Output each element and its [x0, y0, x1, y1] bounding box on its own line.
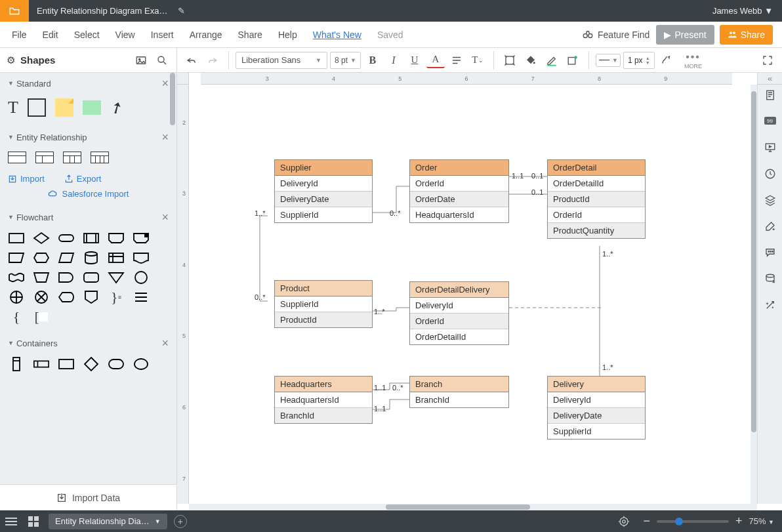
menu-help[interactable]: Help [270, 24, 305, 45]
underline-button[interactable]: U [405, 51, 424, 70]
close-icon[interactable]: × [161, 211, 169, 224]
canvas-scrollbar-h[interactable] [189, 504, 757, 510]
line-width-select[interactable]: 1 px▲▼ [623, 52, 655, 69]
fc-doc[interactable] [133, 251, 150, 264]
target-icon[interactable] [613, 510, 635, 532]
entity-headquarters[interactable]: Headquarters HeadquartersId BranchId [274, 376, 373, 424]
user-menu[interactable]: James Webb ▼ [703, 6, 782, 16]
feature-find[interactable]: Feature Find [582, 29, 649, 41]
fc-or[interactable] [33, 291, 50, 304]
close-icon[interactable]: × [161, 77, 169, 91]
zoom-out-button[interactable]: − [643, 514, 650, 528]
text-shape[interactable]: T [8, 98, 18, 117]
panel-standard-header[interactable]: ▼Standard× [0, 73, 176, 94]
fc-brace-l[interactable]: { [8, 310, 25, 323]
border-color-button[interactable] [543, 51, 561, 70]
data-icon[interactable] [764, 272, 777, 285]
entity-orderdetail[interactable]: OrderDetail OrderDetailId ProductId Orde… [547, 159, 646, 239]
cnt-1[interactable] [8, 358, 25, 371]
er-shape-4[interactable] [91, 152, 109, 163]
menu-view[interactable]: View [108, 24, 143, 45]
text-options-button[interactable]: T⌄ [468, 51, 487, 70]
fc-circ[interactable] [133, 271, 150, 284]
fc-tri[interactable] [108, 271, 125, 284]
image-icon[interactable] [133, 52, 149, 68]
fc-sumjunc[interactable] [8, 291, 25, 304]
add-page-button[interactable]: + [174, 515, 187, 528]
panel-er-header[interactable]: ▼Entity Relationship× [0, 127, 176, 148]
entity-supplier[interactable]: Supplier DeliveryId DeliveryDate Supplie… [274, 159, 373, 223]
cnt-4[interactable] [83, 358, 100, 371]
er-shape-3[interactable] [63, 152, 81, 163]
sidebar-scrollbar[interactable] [170, 73, 175, 125]
fc-lines[interactable] [133, 291, 150, 304]
entity-product[interactable]: Product SupplierId ProductId [274, 280, 373, 328]
line-options-button[interactable] [657, 51, 676, 70]
italic-button[interactable]: I [384, 51, 403, 70]
export-link[interactable]: Export [64, 174, 102, 184]
line-style-select[interactable]: ▼ [596, 54, 621, 67]
entity-branch[interactable]: Branch BranchId [409, 376, 509, 408]
list-view-icon[interactable] [0, 510, 22, 532]
paint-icon[interactable] [764, 220, 777, 233]
bold-button[interactable]: B [363, 51, 382, 70]
entity-delivery[interactable]: Delivery DeliveryId DeliveryDate Supplie… [547, 376, 646, 440]
cnt-5[interactable] [108, 358, 125, 371]
cnt-2[interactable] [33, 358, 50, 371]
search-icon[interactable] [154, 52, 170, 68]
fc-trap[interactable] [33, 271, 50, 284]
entity-order[interactable]: Order OrderId OrderDate HeadquartersId [409, 159, 509, 223]
fullscreen-button[interactable] [758, 51, 777, 70]
zoom-slider[interactable] [657, 520, 729, 523]
fc-display[interactable] [58, 291, 75, 304]
zoom-level[interactable]: 75% ▼ [749, 516, 774, 526]
entity-orderdetaildelivery[interactable]: OrderDetailDelivery DeliveryId OrderId O… [409, 281, 509, 345]
font-select[interactable]: Liberation Sans▼ [236, 52, 327, 69]
menu-share[interactable]: Share [230, 24, 270, 45]
fc-internal[interactable] [108, 251, 125, 264]
menu-whats-new[interactable]: What's New [305, 24, 369, 45]
layers-icon[interactable] [764, 194, 777, 207]
import-link[interactable]: Import [8, 174, 45, 184]
font-size-select[interactable]: 8 pt ▼ [330, 52, 361, 69]
shape-options-button[interactable] [564, 51, 582, 70]
magic-icon[interactable] [764, 298, 777, 312]
er-shape-1[interactable] [8, 152, 26, 163]
zoom-in-button[interactable]: + [735, 514, 743, 528]
panel-containers-header[interactable]: ▼Containers× [0, 333, 176, 354]
menu-arrange[interactable]: Arrange [182, 24, 230, 45]
gear-icon[interactable]: ⚙ [7, 54, 15, 66]
comments-icon[interactable]: 99 [764, 115, 777, 128]
er-shape-2[interactable] [35, 152, 54, 163]
fc-round[interactable] [83, 271, 100, 284]
grid-view-icon[interactable] [22, 510, 45, 532]
shape-box-button[interactable] [501, 51, 519, 70]
chat-icon[interactable] [764, 246, 777, 259]
fc-offpage[interactable] [108, 232, 125, 245]
panel-flowchart-header[interactable]: ▼Flowchart× [0, 207, 176, 228]
menu-select[interactable]: Select [66, 24, 108, 45]
more-button[interactable]: •••MORE [682, 51, 705, 70]
fc-bracket[interactable]: [ [33, 310, 50, 323]
note-shape[interactable] [55, 98, 73, 117]
fc-para[interactable] [58, 251, 75, 264]
rectangle-shape[interactable] [28, 98, 46, 117]
fc-card[interactable] [133, 232, 150, 245]
rename-icon[interactable]: ✎ [178, 6, 185, 16]
fc-terminator[interactable] [58, 232, 75, 245]
undo-button[interactable] [182, 51, 201, 70]
canvas[interactable]: Supplier DeliveryId DeliveryDate Supplie… [189, 85, 751, 504]
text-color-button[interactable]: A [426, 52, 445, 68]
history-icon[interactable] [764, 167, 777, 180]
cnt-6[interactable] [133, 358, 150, 371]
page-tab[interactable]: Entity Relationship Dia…▼ [49, 514, 167, 529]
fc-dshape[interactable] [58, 271, 75, 284]
arrow-shape[interactable]: ➚ [106, 96, 127, 119]
menu-file[interactable]: File [4, 24, 35, 45]
right-panel-collapse[interactable]: « [757, 73, 782, 85]
page-settings-icon[interactable] [764, 89, 777, 102]
fill-button[interactable] [522, 51, 540, 70]
align-button[interactable] [447, 51, 466, 70]
close-icon[interactable]: × [161, 337, 169, 350]
presentation-icon[interactable] [764, 141, 777, 154]
